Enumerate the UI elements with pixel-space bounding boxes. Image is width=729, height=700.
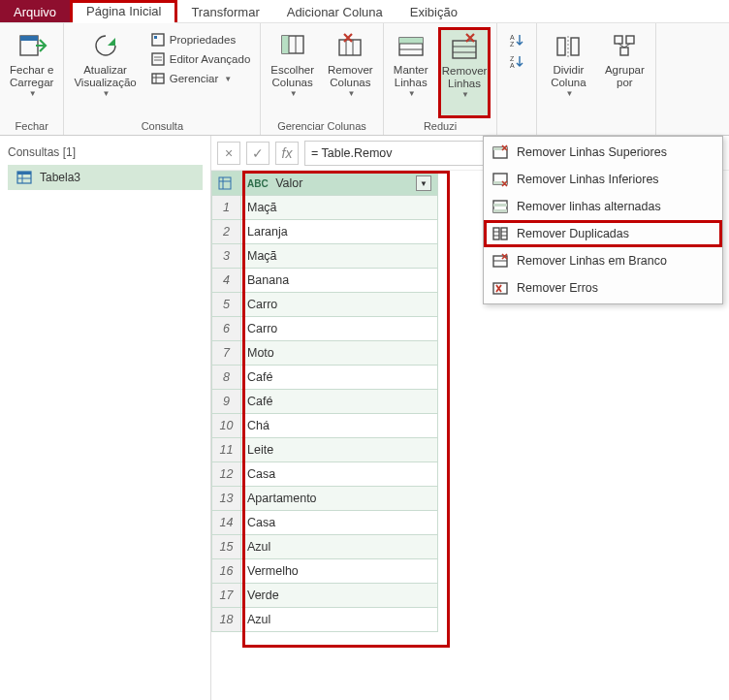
dividir-coluna-button[interactable]: Dividir Coluna ▼ [543,27,593,118]
remove-bottom-rows-icon [491,171,509,188]
tab-pagina-inicial[interactable]: Página Inicial [70,0,177,22]
button-label: Manter Linhas [394,64,428,89]
button-label: Dividir Coluna [551,64,586,89]
tab-exibicao[interactable]: Exibição [396,0,471,22]
menu-remover-superiores[interactable]: Remover Linhas Superiores [484,139,722,166]
cell-value[interactable]: Café [241,390,438,414]
dropdown-indicator-icon: ▼ [29,89,37,98]
table-row[interactable]: 14Casa [212,511,438,535]
row-number: 2 [212,220,241,244]
table-row[interactable]: 3Maçã [212,244,438,269]
table-row[interactable]: 5Carro [212,293,438,317]
query-item[interactable]: Tabela3 [8,165,203,190]
table-row[interactable]: 1Maçã [212,196,438,220]
menu-remover-alternadas[interactable]: Remover linhas alternadas [484,193,722,220]
column-header[interactable]: ABC Valor ▼ [241,172,438,196]
editor-avancado-button[interactable]: Editor Avançado [146,50,255,68]
properties-icon [150,32,166,48]
cell-value[interactable]: Casa [241,511,438,535]
cell-value[interactable]: Casa [241,462,438,487]
remover-colunas-button[interactable]: Remover Colunas ▼ [324,27,377,118]
group-label: Consulta [70,118,254,135]
cell-value[interactable]: Maçã [241,196,438,220]
sort-desc-icon: ZA [509,53,524,69]
table-icon [16,170,32,185]
column-name: Valor [275,176,302,190]
sidebar-title: Consultas [1] [8,145,203,159]
table-row[interactable]: 9Café [212,390,438,414]
table-row[interactable]: 15Azul [212,535,438,559]
formula-cancel-button[interactable]: × [217,142,240,165]
button-label: Gerenciar [170,73,219,84]
table-row[interactable]: 8Café [212,366,438,390]
column-filter-button[interactable]: ▼ [416,175,431,191]
fechar-carregar-button[interactable]: Fechar e Carregar ▼ [6,27,57,118]
table-corner[interactable] [212,172,241,196]
table-row[interactable]: 4Banana [212,269,438,293]
row-number: 14 [212,511,241,535]
cell-value[interactable]: Carro [241,293,438,317]
svg-rect-31 [615,36,622,44]
row-number: 18 [212,608,241,632]
group-label: Reduzi [390,118,491,135]
tab-label: Transformar [191,5,259,19]
gerenciar-button[interactable]: Gerenciar ▼ [146,70,255,87]
menu-remover-inferiores[interactable]: Remover Linhas Inferiores [484,166,722,193]
cell-value[interactable]: Laranja [241,220,438,244]
table-row[interactable]: 12Casa [212,462,438,487]
row-number: 13 [212,487,241,511]
cell-value[interactable]: Apartamento [241,487,438,511]
table-row[interactable]: 13Apartamento [212,487,438,511]
cell-value[interactable]: Azul [241,608,438,632]
table-row[interactable]: 11Leite [212,438,438,462]
remove-alternate-rows-icon [491,198,509,215]
cell-value[interactable]: Vermelho [241,559,438,584]
svg-rect-11 [282,36,289,53]
atualizar-button[interactable]: Atualizar Visualização ▼ [70,27,140,118]
choose-columns-icon [276,29,309,62]
split-column-icon [552,29,585,62]
svg-rect-2 [152,34,164,46]
formula-fx-button[interactable]: fx [275,142,299,165]
group-label: Gerenciar Colunas [267,118,376,135]
menu-remover-branco[interactable]: Remover Linhas em Branco [484,247,722,274]
queries-sidebar: Consultas [1] Tabela3 [0,136,211,700]
remove-blank-rows-icon [491,252,509,270]
tab-adicionar-coluna[interactable]: Adicionar Coluna [273,0,396,22]
svg-rect-48 [493,204,507,207]
escolher-colunas-button[interactable]: Escolher Colunas ▼ [267,27,318,118]
table-row[interactable]: 7Moto [212,341,438,366]
cell-value[interactable]: Moto [241,341,438,366]
propriedades-button[interactable]: Propriedades [146,31,255,48]
cell-value[interactable]: Leite [241,438,438,462]
table-row[interactable]: 18Azul [212,608,438,632]
cell-value[interactable]: Azul [241,535,438,559]
cell-value[interactable]: Verde [241,584,438,608]
sort-asc-button[interactable]: AZ [503,31,530,48]
remover-linhas-button[interactable]: Remover Linhas ▼ [438,27,491,118]
row-number: 6 [212,317,241,341]
cell-value[interactable]: Carro [241,317,438,341]
agrupar-por-button[interactable]: Agrupar por [599,27,650,118]
menu-remover-duplicadas[interactable]: Remover Duplicadas [484,220,722,247]
menu-remover-erros[interactable]: Remover Erros [484,274,722,302]
tab-label: Página Inicial [86,4,161,18]
cell-value[interactable]: Chá [241,414,438,438]
table-row[interactable]: 16Vermelho [212,559,438,584]
tab-arquivo[interactable]: Arquivo [0,0,70,22]
tab-transformar[interactable]: Transformar [177,0,272,22]
table-row[interactable]: 6Carro [212,317,438,341]
svg-rect-21 [453,41,476,58]
cell-value[interactable]: Maçã [241,244,438,269]
table-row[interactable]: 17Verde [212,584,438,608]
table-row[interactable]: 2Laranja [212,220,438,244]
manter-linhas-button[interactable]: Manter Linhas ▼ [390,27,432,118]
cell-value[interactable]: Banana [241,269,438,293]
cell-value[interactable]: Café [241,366,438,390]
formula-accept-button[interactable]: ✓ [246,142,269,165]
table-row[interactable]: 10Chá [212,414,438,438]
menu-label: Remover Linhas Inferiores [517,173,659,186]
sort-desc-button[interactable]: ZA [503,52,530,70]
editor-icon [150,51,166,67]
dropdown-indicator-icon: ▼ [103,89,111,98]
